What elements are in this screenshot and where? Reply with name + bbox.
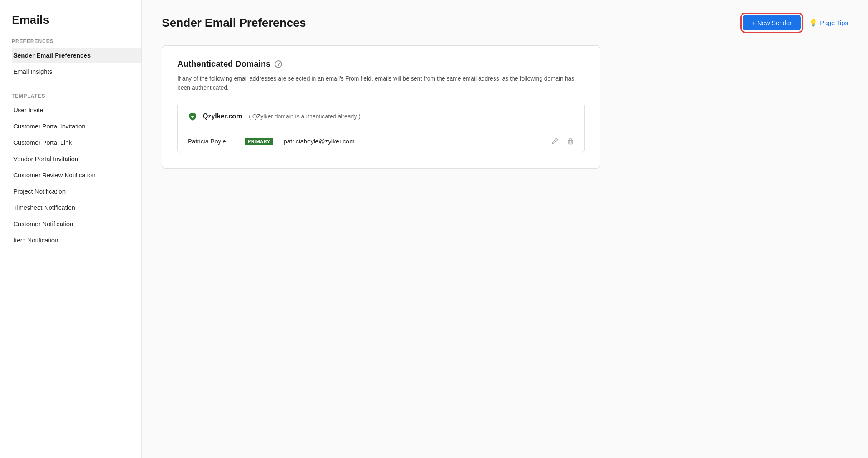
templates-section-label: TEMPLATES bbox=[12, 93, 141, 99]
domain-card: Qzylker.com ( QZylker domain is authenti… bbox=[177, 103, 585, 153]
new-sender-button[interactable]: + New Sender bbox=[743, 15, 801, 30]
sidebar-item-email-insights[interactable]: Email Insights bbox=[12, 64, 141, 79]
domain-name: Qzylker.com bbox=[203, 113, 242, 120]
email-owner: Patricia Boyle bbox=[188, 138, 238, 145]
email-address: patriciaboyle@zylker.com bbox=[283, 138, 544, 145]
content-section: Authenticated Domains ? If any of the fo… bbox=[162, 45, 600, 169]
sidebar-item-item-notification[interactable]: Item Notification bbox=[12, 232, 141, 248]
authenticated-domains-header: Authenticated Domains ? If any of the fo… bbox=[162, 46, 600, 93]
page-title: Sender Email Preferences bbox=[162, 16, 306, 30]
authenticated-domains-title: Authenticated Domains ? bbox=[177, 59, 585, 69]
sidebar-item-customer-portal-invitation[interactable]: Customer Portal Invitation bbox=[12, 118, 141, 134]
preferences-section-label: PREFERENCES bbox=[12, 38, 141, 44]
sidebar-item-timesheet-notification[interactable]: Timesheet Notification bbox=[12, 200, 141, 215]
authenticated-domains-description: If any of the following email addresses … bbox=[177, 74, 585, 93]
main-header: Sender Email Preferences + New Sender 💡 … bbox=[162, 15, 848, 30]
sidebar-divider bbox=[12, 86, 135, 86]
page-tips-label: Page Tips bbox=[820, 19, 848, 26]
primary-badge: PRIMARY bbox=[245, 138, 273, 145]
help-icon[interactable]: ? bbox=[275, 60, 282, 68]
main-content: Sender Email Preferences + New Sender 💡 … bbox=[142, 0, 868, 458]
shield-icon bbox=[188, 111, 198, 121]
email-actions bbox=[551, 138, 574, 145]
header-actions: + New Sender 💡 Page Tips bbox=[743, 15, 848, 30]
email-row: Patricia Boyle PRIMARY patriciaboyle@zyl… bbox=[178, 130, 584, 153]
lightbulb-icon: 💡 bbox=[809, 19, 818, 27]
svg-rect-1 bbox=[568, 140, 573, 144]
sidebar: Emails PREFERENCES Sender Email Preferen… bbox=[0, 0, 142, 458]
sidebar-item-customer-notification[interactable]: Customer Notification bbox=[12, 216, 141, 232]
sidebar-item-vendor-portal-invitation[interactable]: Vendor Portal Invitation bbox=[12, 151, 141, 166]
sidebar-item-sender-email-preferences[interactable]: Sender Email Preferences bbox=[12, 48, 141, 63]
sidebar-item-project-notification[interactable]: Project Notification bbox=[12, 184, 141, 199]
edit-icon[interactable] bbox=[551, 138, 558, 145]
sidebar-item-customer-review-notification[interactable]: Customer Review Notification bbox=[12, 167, 141, 183]
sidebar-item-user-invite[interactable]: User Invite bbox=[12, 102, 141, 118]
domain-card-header: Qzylker.com ( QZylker domain is authenti… bbox=[178, 103, 584, 130]
page-tips-link[interactable]: 💡 Page Tips bbox=[809, 19, 848, 27]
delete-icon[interactable] bbox=[567, 138, 574, 145]
app-title: Emails bbox=[12, 13, 141, 27]
sidebar-item-customer-portal-link[interactable]: Customer Portal Link bbox=[12, 135, 141, 150]
domain-status-text: ( QZylker domain is authenticated alread… bbox=[249, 113, 361, 120]
